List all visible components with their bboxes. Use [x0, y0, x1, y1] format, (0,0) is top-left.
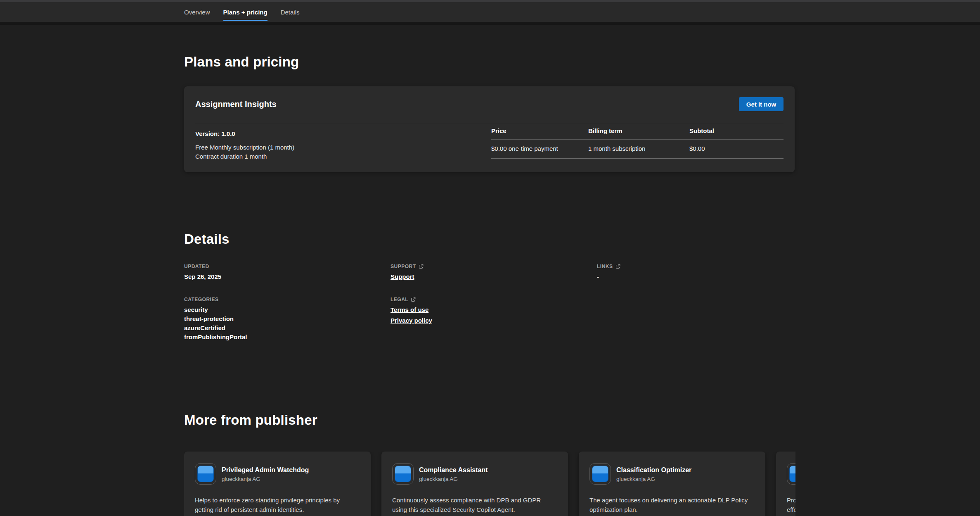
- publisher-card-publisher: glueckkanja AG: [419, 476, 488, 482]
- price-table-header-row: Price Billing term Subtotal: [491, 123, 784, 140]
- get-it-now-button[interactable]: Get it now: [739, 97, 784, 111]
- updated-label: UPDATED: [184, 263, 209, 270]
- details-heading: Details: [184, 231, 980, 247]
- publisher-card-title: Compliance Assistant: [419, 466, 488, 474]
- publisher-card-description: Helps to enforce zero standing privilege…: [195, 496, 360, 514]
- plan-version: Version: 1.0.0: [195, 130, 491, 137]
- tab-plans-pricing-label: Plans + pricing: [223, 9, 267, 16]
- publisher-card-privileged-admin-watchdog[interactable]: Privileged Admin Watchdog glueckkanja AG…: [184, 452, 371, 516]
- updated-value: Sep 26, 2025: [184, 272, 391, 281]
- app-icon: [197, 466, 214, 482]
- publisher-card-publisher: glueckkanja AG: [222, 476, 309, 482]
- plan-card-header: Assignment Insights Get it now: [195, 97, 784, 111]
- billing-term-column-header: Billing term: [588, 123, 689, 140]
- external-link-icon: [419, 264, 424, 269]
- navbar-separator: [0, 22, 980, 25]
- field-legal: LEGAL Terms of use Privacy policy: [391, 296, 597, 342]
- price-table-row: $0.00 one-time payment 1 month subscript…: [491, 140, 784, 159]
- app-icon-ring: [787, 463, 795, 485]
- subtotal-column-header: Subtotal: [689, 123, 784, 140]
- publisher-card-classification-optimizer[interactable]: Classification Optimizer glueckkanja AG …: [579, 452, 765, 516]
- billing-term-cell: 1 month subscription: [588, 140, 689, 159]
- category-item: threat-protection: [184, 314, 391, 323]
- price-column-header: Price: [491, 123, 588, 140]
- tab-plans-pricing[interactable]: Plans + pricing: [223, 2, 267, 22]
- support-label: SUPPORT: [391, 263, 416, 270]
- publisher-card-title: Privileged Admin Watchdog: [222, 466, 309, 474]
- tab-overview[interactable]: Overview: [184, 2, 210, 22]
- app-icon: [395, 466, 411, 482]
- app-icon-ring: [195, 463, 216, 485]
- publisher-card-partial[interactable]: Pro effe: [776, 452, 795, 516]
- publisher-card-publisher: glueckkanja AG: [616, 476, 691, 482]
- privacy-policy-link[interactable]: Privacy policy: [391, 317, 597, 324]
- app-icon: [592, 466, 608, 482]
- publisher-card-description: Continuously assess compliance with DPB …: [392, 496, 557, 514]
- category-item: fromPublishingPortal: [184, 333, 391, 342]
- field-updated: UPDATED Sep 26, 2025: [184, 263, 391, 281]
- price-cell: $0.00 one-time payment: [491, 140, 588, 159]
- links-value: -: [597, 272, 803, 281]
- external-link-icon: [411, 297, 416, 302]
- details-grid: UPDATED Sep 26, 2025 SUPPORT Support LIN…: [184, 263, 980, 342]
- categories-label: CATEGORIES: [184, 296, 218, 303]
- page-content: Plans and pricing Assignment Insights Ge…: [0, 54, 980, 516]
- plan-subscription-line: Free Monthly subscription (1 month): [195, 143, 491, 152]
- publisher-cards-carousel: Privileged Admin Watchdog glueckkanja AG…: [184, 452, 795, 516]
- price-table: Price Billing term Subtotal $0.00 one-ti…: [491, 123, 784, 161]
- field-links: LINKS -: [597, 263, 803, 281]
- publisher-card-description: Pro effe: [787, 496, 795, 514]
- subtotal-cell: $0.00: [689, 140, 784, 159]
- plan-card: Assignment Insights Get it now Version: …: [184, 86, 795, 172]
- category-item: security: [184, 305, 391, 314]
- legal-label: LEGAL: [391, 296, 408, 303]
- external-link-icon: [615, 264, 620, 269]
- plans-pricing-heading: Plans and pricing: [184, 54, 980, 70]
- field-categories: CATEGORIES security threat-protection az…: [184, 296, 391, 342]
- app-icon-ring: [392, 463, 414, 485]
- publisher-card-compliance-assistant[interactable]: Compliance Assistant glueckkanja AG Cont…: [381, 452, 568, 516]
- support-link[interactable]: Support: [391, 273, 597, 281]
- publisher-card-title: Classification Optimizer: [616, 466, 691, 474]
- plan-name: Assignment Insights: [195, 100, 277, 109]
- terms-of-use-link[interactable]: Terms of use: [391, 306, 597, 314]
- app-icon: [789, 466, 795, 482]
- links-label: LINKS: [597, 263, 613, 270]
- page-tabs-bar: Overview Plans + pricing Details: [0, 2, 980, 22]
- categories-list: security threat-protection azureCertifie…: [184, 305, 391, 342]
- category-item: azureCertified: [184, 323, 391, 333]
- field-support: SUPPORT Support: [391, 263, 597, 281]
- plan-contract-line: Contract duration 1 month: [195, 152, 491, 161]
- app-icon-ring: [589, 463, 611, 485]
- plan-info: Version: 1.0.0 Free Monthly subscription…: [195, 123, 491, 161]
- publisher-card-description: The agent focuses on delivering an actio…: [589, 496, 755, 514]
- more-from-publisher-heading: More from publisher: [184, 412, 980, 428]
- tab-details[interactable]: Details: [281, 2, 300, 22]
- tab-overview-label: Overview: [184, 9, 210, 16]
- plan-card-body: Version: 1.0.0 Free Monthly subscription…: [195, 123, 784, 161]
- tab-details-label: Details: [281, 9, 300, 16]
